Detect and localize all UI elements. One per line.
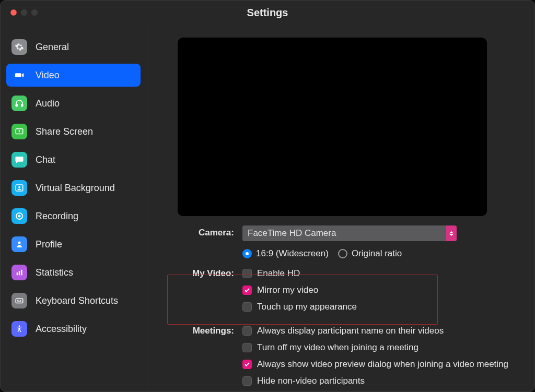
window-title: Settings	[247, 7, 288, 19]
checkbox-hide-non-video[interactable]	[242, 376, 252, 386]
sidebar-item-virtual-background[interactable]: Virtual Background	[6, 176, 141, 199]
checkbox-display-name-label: Always display participant name on their…	[257, 326, 444, 336]
checkbox-show-preview-label: Always show video preview dialog when jo…	[257, 359, 508, 370]
video-settings-pane: Camera: FaceTime HD Camera 16:9 (Widescr…	[147, 25, 535, 392]
sidebar-label: Audio	[36, 98, 60, 109]
svg-rect-11	[16, 299, 23, 303]
svg-rect-14	[20, 300, 21, 301]
checkbox-touch-up-label: Touch up my appearance	[257, 302, 357, 312]
titlebar: Settings	[0, 0, 535, 25]
sidebar-item-profile[interactable]: Profile	[6, 233, 141, 256]
sidebar-label: Statistics	[36, 267, 73, 278]
close-window-button[interactable]	[10, 9, 17, 16]
sidebar-label: Share Screen	[36, 126, 93, 137]
checkbox-turn-off-video-label: Turn off my video when joining a meeting	[257, 342, 418, 353]
svg-rect-12	[17, 300, 18, 301]
svg-point-16	[19, 325, 20, 327]
keyboard-icon	[15, 296, 24, 305]
svg-point-7	[18, 241, 20, 244]
video-preview	[178, 38, 487, 216]
sidebar-label: Video	[36, 70, 60, 81]
camera-label: Camera:	[175, 225, 242, 238]
sidebar-label: Accessibility	[36, 324, 87, 335]
minimize-window-button[interactable]	[21, 9, 27, 16]
sidebar-item-audio[interactable]: Audio	[6, 92, 141, 115]
checkbox-turn-off-video[interactable]	[242, 343, 252, 352]
checkbox-display-name[interactable]	[242, 326, 252, 336]
gear-icon	[15, 42, 24, 52]
checkbox-hide-non-video-label: Hide non-video participants	[257, 376, 365, 386]
radio-widescreen[interactable]	[242, 249, 252, 258]
sidebar-item-chat[interactable]: Chat	[6, 148, 141, 171]
sidebar-item-recording[interactable]: Recording	[6, 205, 141, 228]
aspect-ratio-group: 16:9 (Widescreen) Original ratio	[242, 246, 457, 261]
settings-sidebar: General Video Audio Share Screen	[0, 25, 147, 392]
checkbox-enable-hd-label: Enable HD	[257, 268, 300, 279]
checkbox-touch-up[interactable]	[242, 302, 252, 312]
sidebar-label: General	[36, 42, 69, 53]
content-area: General Video Audio Share Screen	[0, 25, 535, 392]
my-video-row: My Video: Enable HD Mirror m	[175, 266, 531, 316]
svg-rect-13	[19, 300, 20, 301]
sidebar-label: Keyboard Shortcuts	[36, 295, 118, 306]
camera-row: Camera: FaceTime HD Camera 16:9 (Widescr…	[175, 225, 531, 263]
person-card-icon	[15, 183, 24, 193]
video-camera-icon	[15, 70, 24, 80]
sidebar-label: Virtual Background	[36, 183, 115, 194]
video-settings-form: Camera: FaceTime HD Camera 16:9 (Widescr…	[175, 225, 531, 390]
bar-chart-icon	[15, 268, 24, 277]
checkbox-mirror-video-label: Mirror my video	[257, 285, 318, 295]
window-controls	[10, 9, 38, 16]
svg-point-4	[18, 186, 20, 188]
dropdown-stepper-icon	[446, 225, 457, 241]
checkbox-enable-hd[interactable]	[242, 269, 252, 278]
svg-rect-15	[17, 302, 21, 303]
sidebar-item-accessibility[interactable]: Accessibility	[6, 317, 141, 340]
svg-rect-10	[21, 270, 22, 276]
radio-original-ratio-label: Original ratio	[352, 248, 402, 259]
sidebar-item-statistics[interactable]: Statistics	[6, 261, 141, 284]
svg-rect-8	[17, 272, 18, 275]
sidebar-item-general[interactable]: General	[6, 35, 141, 58]
person-icon	[15, 240, 24, 249]
meetings-row: Meetings: Always display participant nam…	[175, 324, 531, 390]
sidebar-item-share-screen[interactable]: Share Screen	[6, 120, 141, 143]
svg-rect-0	[16, 104, 17, 107]
record-icon	[15, 211, 24, 221]
camera-dropdown-value: FaceTime HD Camera	[242, 228, 336, 239]
meetings-label: Meetings:	[175, 324, 242, 336]
headphones-icon	[15, 99, 24, 108]
sidebar-label: Chat	[36, 155, 55, 165]
accessibility-icon	[15, 324, 24, 334]
camera-dropdown[interactable]: FaceTime HD Camera	[242, 225, 457, 241]
sidebar-label: Profile	[36, 239, 62, 250]
settings-window: Settings General Video Audio	[0, 0, 535, 392]
checkbox-show-preview[interactable]	[242, 360, 252, 369]
svg-rect-1	[21, 104, 23, 107]
sidebar-item-keyboard-shortcuts[interactable]: Keyboard Shortcuts	[6, 289, 141, 312]
svg-point-6	[18, 215, 21, 218]
chat-bubble-icon	[15, 155, 24, 164]
svg-rect-9	[19, 271, 20, 275]
checkbox-mirror-video[interactable]	[242, 286, 252, 295]
share-screen-icon	[15, 127, 24, 136]
radio-original-ratio[interactable]	[338, 249, 347, 258]
maximize-window-button[interactable]	[31, 9, 38, 16]
sidebar-label: Recording	[36, 211, 78, 222]
radio-widescreen-label: 16:9 (Widescreen)	[256, 248, 329, 259]
my-video-label: My Video:	[175, 266, 242, 279]
sidebar-item-video[interactable]: Video	[6, 64, 141, 87]
